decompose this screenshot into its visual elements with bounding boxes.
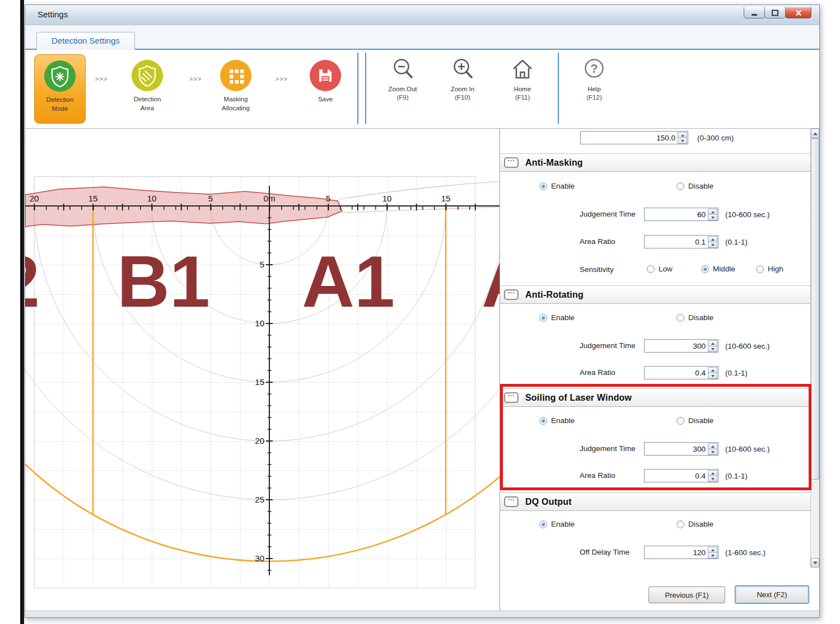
spin-down-icon[interactable]: [708, 449, 717, 455]
disable-option[interactable]: Disable: [676, 520, 713, 528]
minimize-icon: [750, 10, 758, 16]
x-tick-label: 5: [326, 194, 330, 203]
minimize-button[interactable]: [744, 7, 765, 18]
low-radio[interactable]: [647, 265, 655, 273]
spin-down-icon[interactable]: [708, 242, 717, 248]
spin-down-icon[interactable]: [708, 214, 717, 220]
vertical-scrollbar[interactable]: [810, 129, 819, 567]
disable-option[interactable]: Disable: [676, 416, 713, 425]
section-title: Anti-Rotating: [525, 290, 584, 300]
sensitivity-row: Sensitivity Low Middle High: [500, 263, 810, 276]
zoom-in-icon: [450, 57, 475, 82]
spinner-buttons[interactable]: [708, 340, 717, 351]
enable-radio[interactable]: [539, 314, 547, 322]
masking-allocating-button[interactable]: Masking Allocating: [210, 54, 262, 124]
high-radio[interactable]: [756, 265, 764, 273]
zoom-in-button[interactable]: Zoom In (F10): [437, 57, 488, 102]
judgement-time-value: 300: [693, 445, 706, 453]
field-label: Judgement Time: [580, 341, 636, 350]
spinner-buttons[interactable]: [708, 367, 717, 378]
tool-key: (F9): [377, 93, 428, 102]
toolbar-separator: [357, 53, 358, 124]
y-tick-label: 20: [255, 436, 264, 445]
disable-radio[interactable]: [676, 182, 684, 190]
save-button[interactable]: Save: [300, 54, 351, 124]
disable-radio[interactable]: [676, 417, 684, 425]
low-label: Low: [659, 265, 673, 273]
sensitivity-high-option[interactable]: High: [756, 265, 783, 273]
judgement-time-input[interactable]: 300: [644, 339, 718, 353]
area-ratio-value: 0.4: [695, 369, 706, 377]
tool-key: (F10): [437, 93, 488, 102]
x-tick-label: 15: [88, 194, 98, 203]
disable-option[interactable]: Disable: [676, 313, 713, 322]
spinner-buttons[interactable]: [708, 209, 717, 220]
enable-radio[interactable]: [539, 182, 547, 190]
previous-button[interactable]: Previous (F1): [648, 587, 725, 603]
screen: Settings Detection Settings: [0, 0, 840, 624]
section-header-dq-output: DQ Output: [500, 492, 810, 511]
home-button[interactable]: Home (F11): [497, 57, 548, 102]
disable-radio[interactable]: [676, 520, 684, 528]
masking-allocating-icon: [220, 60, 251, 91]
spinner-buttons[interactable]: [708, 547, 717, 558]
judgement-time-input[interactable]: 60: [644, 208, 718, 221]
middle-radio[interactable]: [701, 265, 709, 273]
enable-label: Enable: [551, 313, 575, 322]
enable-option[interactable]: Enable: [539, 520, 575, 528]
disable-option[interactable]: Disable: [676, 182, 713, 190]
sensitivity-low-option[interactable]: Low: [647, 265, 673, 273]
section-bubble-icon: [504, 392, 519, 403]
help-button[interactable]: ? Help (F12): [568, 57, 620, 102]
x-tick-label: 20: [30, 194, 39, 203]
maximize-button[interactable]: [764, 7, 786, 18]
spin-down-icon[interactable]: [708, 346, 717, 352]
spinner-buttons[interactable]: [678, 132, 687, 143]
off-delay-time-input[interactable]: 120: [644, 546, 718, 559]
sensitivity-label: Sensitivity: [580, 265, 614, 274]
section-header-soiling: Soiling of Laser Window: [500, 388, 810, 407]
height-input[interactable]: 150.0: [580, 131, 688, 144]
step-arrow: >>>: [91, 76, 111, 82]
enable-radio[interactable]: [539, 417, 547, 425]
tool-label: Zoom In: [437, 85, 488, 93]
detection-area-button[interactable]: Detection Area: [122, 54, 173, 124]
window-title: Settings: [38, 10, 68, 19]
next-button[interactable]: Next (F2): [735, 585, 809, 604]
spin-down-icon[interactable]: [708, 373, 717, 379]
chart-area: 2 B1 A1 A 20 15 10 5 0m 5 10 15: [25, 129, 500, 611]
close-button[interactable]: [785, 7, 811, 18]
enable-option[interactable]: Enable: [539, 416, 575, 425]
detection-area-chart: 2 B1 A1 A 20 15 10 5 0m 5 10 15: [25, 129, 500, 611]
scrollbar-thumb[interactable]: [811, 138, 819, 480]
spinner-buttons[interactable]: [708, 443, 717, 454]
tab-bar: Detection Settings: [25, 25, 819, 50]
zoom-out-button[interactable]: Zoom Out (F9): [377, 57, 428, 102]
anti-masking-enable-row: Enable Disable: [500, 180, 810, 194]
enable-radio[interactable]: [539, 520, 547, 528]
area-ratio-input[interactable]: 0.1: [644, 235, 718, 248]
disable-radio[interactable]: [676, 314, 684, 322]
soiling-judgement-time-row: Judgement Time 300 (10-600 sec.): [500, 442, 810, 456]
area-ratio-input[interactable]: 0.4: [644, 469, 718, 482]
detection-mode-button[interactable]: Detection Mode: [34, 54, 86, 124]
step-label: Mode: [35, 104, 85, 113]
scroll-up-button[interactable]: [811, 129, 819, 138]
sensitivity-middle-option[interactable]: Middle: [701, 265, 735, 273]
enable-option[interactable]: Enable: [539, 182, 575, 190]
spinner-buttons[interactable]: [708, 470, 717, 481]
tab-detection-settings[interactable]: Detection Settings: [36, 32, 135, 50]
step-label: Area: [122, 104, 173, 112]
y-tick-label: 30: [255, 553, 264, 563]
enable-option[interactable]: Enable: [539, 313, 575, 322]
spin-down-icon[interactable]: [708, 476, 717, 482]
spin-down-icon[interactable]: [708, 552, 717, 559]
spin-down-icon[interactable]: [678, 138, 687, 144]
area-ratio-input[interactable]: 0.4: [644, 366, 718, 379]
range-label: (0.1-1): [725, 472, 748, 480]
middle-label: Middle: [713, 265, 735, 273]
scroll-down-button[interactable]: [811, 558, 819, 567]
judgement-time-input[interactable]: 300: [644, 442, 718, 456]
tool-label: Home: [497, 85, 548, 93]
spinner-buttons[interactable]: [708, 236, 717, 247]
